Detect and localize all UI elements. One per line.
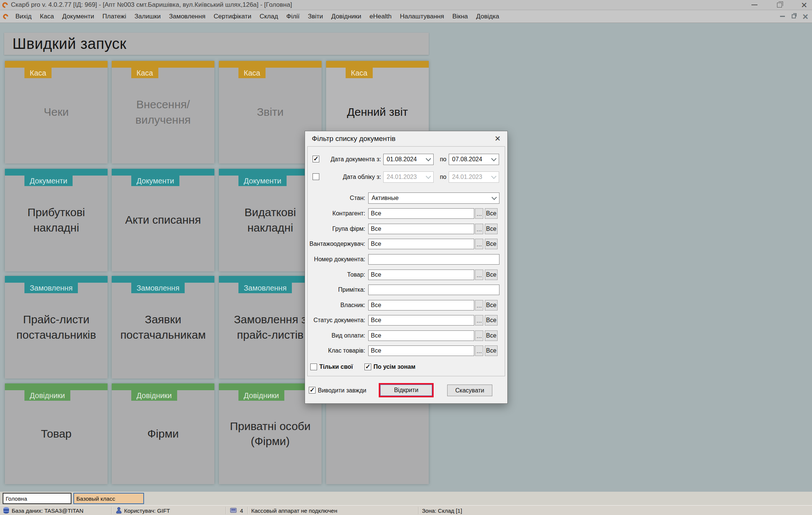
menu-item-filii[interactable]: Філії <box>282 13 304 20</box>
tile-label: Внесення/вилучення <box>112 61 214 164</box>
all-zones-checkbox[interactable] <box>364 364 371 370</box>
status-dokumenta-more-button[interactable]: … <box>475 315 483 326</box>
tile-akty-spysannya[interactable]: Документи Акти списання <box>112 169 214 271</box>
kontragent-input[interactable] <box>368 208 474 219</box>
menu-item-dokumenty[interactable]: Документи <box>58 13 98 20</box>
tile-label: Прайс-листи постачальників <box>5 276 108 379</box>
filter-row-zone-options: Тільки свої По усім зонам <box>305 362 508 373</box>
menu-item-sklad[interactable]: Склад <box>255 13 282 20</box>
bottom-tabs-strip: Головна Базовый класс <box>0 492 812 505</box>
tile-zayavky-postachalnykam[interactable]: Замовлення Заявки постачальникам <box>112 276 214 379</box>
menu-item-vykhid[interactable]: Вихід <box>11 13 36 20</box>
tab-holovna[interactable]: Головна <box>3 493 71 504</box>
tile-tovar[interactable]: Довідники Товар <box>5 383 108 484</box>
app-logo-icon <box>1 1 9 9</box>
klas-tovariv-label: Клас товарів: <box>305 347 365 354</box>
statusbar-cash-register: Кассовый аппарат не подключен <box>251 507 337 514</box>
stan-value: Активные <box>372 195 399 201</box>
vyd-oplaty-input[interactable] <box>368 330 474 341</box>
quick-launch-title: Швидкий запуск <box>4 33 429 55</box>
statusbar-zone: Зона: Склад [1] <box>422 507 462 514</box>
grupa-firm-all-button[interactable]: Все <box>485 224 498 234</box>
klas-tovariv-all-button[interactable]: Все <box>485 345 498 356</box>
vlasnyk-input[interactable] <box>368 300 474 311</box>
stan-label: Стан: <box>305 195 365 201</box>
vyd-oplaty-all-button[interactable]: Все <box>485 330 498 341</box>
date-account-to-value: 24.01.2023 <box>452 174 482 180</box>
vlasnyk-all-button[interactable]: Все <box>485 300 498 311</box>
menu-item-sertyfikaty[interactable]: Сертифікати <box>209 13 255 20</box>
prymitka-input[interactable] <box>368 285 499 295</box>
grupa-firm-more-button[interactable]: … <box>475 224 483 234</box>
vyd-oplaty-more-button[interactable]: … <box>475 330 483 341</box>
date-account-checkbox[interactable] <box>313 173 319 180</box>
mdi-restore-icon[interactable] <box>792 14 796 18</box>
status-dokumenta-all-button[interactable]: Все <box>485 315 498 326</box>
menu-item-kasa[interactable]: Каса <box>36 13 58 20</box>
filter-row-vyd-oplaty: Вид оплати: … Все <box>305 330 508 341</box>
filter-row-prymitka: Примітка: <box>305 284 508 295</box>
kontragent-more-button[interactable]: … <box>475 208 483 219</box>
date-document-from-combo[interactable]: 01.08.2024 <box>383 154 434 165</box>
menu-item-ehealth[interactable]: eHealth <box>366 13 396 20</box>
menu-item-dovidka[interactable]: Довідка <box>472 13 503 20</box>
filter-row-klas-tovariv: Клас товарів: … Все <box>305 345 508 356</box>
kontragent-all-button[interactable]: Все <box>485 208 498 219</box>
dialog-close-icon[interactable]: × <box>492 133 503 143</box>
vlasnyk-more-button[interactable]: … <box>475 300 483 311</box>
close-button[interactable]: ✕ <box>799 0 809 10</box>
always-show-checkbox[interactable] <box>309 387 316 394</box>
window-controls: ✕ <box>750 0 809 10</box>
vantazhooderzhuvach-input[interactable] <box>368 239 474 249</box>
stan-select[interactable]: Активные <box>368 192 499 204</box>
open-button[interactable]: Відкрити <box>380 385 432 396</box>
restore-button[interactable] <box>774 0 784 10</box>
menu-item-zamovlennya[interactable]: Замовлення <box>165 13 209 20</box>
klas-tovariv-input[interactable] <box>368 345 474 356</box>
date-document-checkbox[interactable] <box>313 156 319 162</box>
tile-vnesennya-vyluchennya[interactable]: Каса Внесення/вилучення <box>112 61 214 164</box>
date-account-to-label: по <box>437 174 446 180</box>
tile-prybutkovi-nakladni[interactable]: Документи Прибуткові накладні <box>5 169 108 271</box>
chevron-down-icon <box>492 195 497 200</box>
cancel-button[interactable]: Скасувати <box>447 385 492 396</box>
menu-item-platezhi[interactable]: Платежі <box>98 13 130 20</box>
tile-price-lists[interactable]: Замовлення Прайс-листи постачальників <box>5 276 108 379</box>
menu-item-vikna[interactable]: Вікна <box>448 13 472 20</box>
window-title: Скарб pro v. 4.0.2.77 [ІД: 969] - [Апт №… <box>11 1 292 9</box>
menu-item-dovidnyky[interactable]: Довідники <box>327 13 366 20</box>
filter-row-date-account: Дата обліку з: 24.01.2023 по 24.01.2023 <box>305 171 508 183</box>
nomer-dokumenta-input[interactable] <box>368 254 499 265</box>
tovar-label: Товар: <box>305 271 365 278</box>
vantazhooderzhuvach-more-button[interactable]: … <box>475 239 483 249</box>
minimize-button[interactable] <box>750 0 759 10</box>
mdi-child-logo-icon[interactable] <box>2 13 9 20</box>
status-dokumenta-input[interactable] <box>368 315 474 326</box>
tile-firmy[interactable]: Довідники Фірми <box>112 383 214 484</box>
tovar-input[interactable] <box>368 270 474 280</box>
grupa-firm-input[interactable] <box>368 224 474 234</box>
statusbar-divider <box>418 507 419 514</box>
mdi-minimize-icon[interactable] <box>780 16 785 17</box>
user-icon <box>116 507 122 513</box>
filter-dialog: Фільтр списку документів × Дата документ… <box>305 131 508 404</box>
filter-row-stan: Стан: Активные <box>305 192 508 204</box>
statusbar-user: Користувач: GIFT <box>124 507 170 514</box>
menu-item-nalashtuvannya[interactable]: Налаштування <box>396 13 448 20</box>
klas-tovariv-more-button[interactable]: … <box>475 345 483 356</box>
tovar-more-button[interactable]: … <box>475 270 483 280</box>
mdi-close-icon[interactable]: × <box>803 13 808 20</box>
minimize-icon <box>751 5 757 5</box>
tile-cheky[interactable]: Каса Чеки <box>5 61 108 164</box>
menu-item-zvity[interactable]: Звіти <box>304 13 327 20</box>
tab-bazovyi-klass[interactable]: Базовый класс <box>73 493 144 504</box>
filter-row-kontragent: Контрагент: … Все <box>305 208 508 219</box>
date-document-to-combo[interactable]: 07.08.2024 <box>449 154 499 165</box>
tovar-all-button[interactable]: Все <box>485 270 498 280</box>
tile-label: Заявки постачальникам <box>112 276 214 379</box>
all-zones-label: По усім зонам <box>373 364 416 370</box>
filter-row-vantazhooderzhuvach: Вантажоодержувач: … Все <box>305 238 508 250</box>
only-own-checkbox[interactable] <box>310 364 317 370</box>
menu-item-zalyshky[interactable]: Залишки <box>131 13 165 20</box>
vantazhooderzhuvach-all-button[interactable]: Все <box>485 239 498 249</box>
